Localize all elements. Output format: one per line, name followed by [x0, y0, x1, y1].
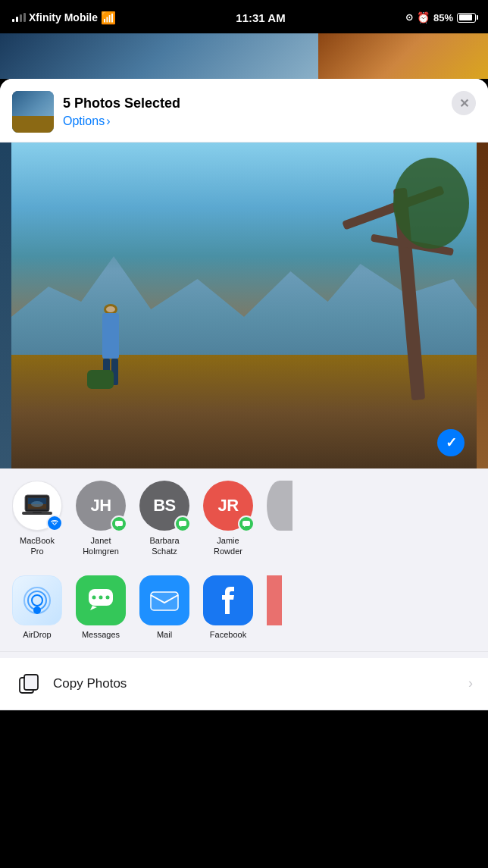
status-bar: Xfinity Mobile 📶 11:31 AM ⊙ ⏰ 85%	[0, 0, 488, 33]
status-right: ⊙ ⏰ 85%	[405, 11, 476, 24]
app-row-container: AirDrop Messages	[0, 569, 488, 652]
svg-point-5	[31, 501, 43, 507]
svg-rect-19	[25, 675, 37, 689]
mail-label: Mail	[157, 630, 172, 639]
svg-point-14	[106, 595, 110, 599]
facebook-label: Facebook	[210, 630, 246, 639]
airdrop-badge-icon	[46, 515, 63, 531]
share-info: 5 Photos Selected Options ›	[63, 96, 180, 128]
copy-photos-label: Copy Photos	[53, 676, 468, 691]
photo-side-left	[0, 143, 11, 468]
photo-strip: ✓	[0, 143, 488, 468]
svg-point-12	[92, 595, 96, 599]
close-icon: ✕	[459, 96, 469, 111]
clock: 11:31 AM	[236, 11, 285, 24]
more-avatar	[267, 481, 292, 531]
share-header: 5 Photos Selected Options › ✕	[0, 79, 488, 143]
barbara-initials: BS	[153, 496, 176, 515]
share-thumbnail	[12, 91, 54, 133]
people-row: MacBookPro JH JanetHolmgren	[12, 481, 476, 557]
ground	[11, 355, 477, 468]
close-button[interactable]: ✕	[452, 91, 476, 115]
share-header-left: 5 Photos Selected Options ›	[12, 91, 180, 133]
facebook-icon	[203, 575, 253, 625]
person-barbara[interactable]: BS BarbaraSchatz	[139, 481, 189, 557]
svg-rect-8	[115, 521, 123, 526]
laptop-icon	[22, 494, 52, 518]
wifi-icon: 📶	[101, 11, 116, 25]
svg-point-13	[99, 595, 103, 599]
share-sheet: 5 Photos Selected Options › ✕	[0, 79, 488, 710]
app-messages[interactable]: Messages	[76, 575, 126, 639]
mail-icon	[139, 575, 189, 625]
top-photo-strip	[0, 33, 488, 79]
message-badge-janet	[111, 515, 127, 532]
copy-photos-chevron: ›	[468, 675, 473, 691]
screen-record-icon: ⊙	[405, 12, 413, 23]
message-badge-jamie	[238, 515, 255, 532]
section-divider-2	[0, 652, 488, 658]
battery-percent: 85%	[433, 12, 453, 24]
options-chevron: ›	[106, 114, 110, 128]
svg-rect-15	[151, 592, 178, 610]
janet-avatar: JH	[76, 481, 126, 531]
app-row: AirDrop Messages	[12, 575, 476, 639]
copy-photos-icon	[15, 670, 42, 697]
status-left: Xfinity Mobile 📶	[12, 11, 116, 25]
main-photo[interactable]: ✓	[11, 143, 477, 468]
person-macbook-pro[interactable]: MacBookPro	[12, 481, 62, 557]
device-avatar	[12, 481, 62, 531]
app-mail[interactable]: Mail	[139, 575, 189, 639]
messages-label: Messages	[82, 630, 120, 639]
alarm-icon: ⏰	[417, 11, 430, 24]
app-partial	[267, 575, 282, 639]
app-airdrop[interactable]: AirDrop	[12, 575, 62, 639]
app-facebook[interactable]: Facebook	[203, 575, 253, 639]
options-button[interactable]: Options ›	[63, 114, 180, 128]
foliage	[393, 158, 469, 249]
airdrop-icon	[12, 575, 62, 625]
barbara-label: BarbaraSchatz	[149, 535, 179, 557]
janet-label: JanetHolmgren	[83, 535, 119, 557]
battery-indicator	[457, 13, 476, 23]
janet-initials: JH	[90, 496, 111, 515]
person-more[interactable]	[267, 481, 292, 531]
svg-rect-9	[179, 521, 186, 526]
share-title: 5 Photos Selected	[63, 96, 180, 111]
section-divider-1	[0, 563, 488, 569]
photo-side-right	[477, 143, 488, 468]
selected-checkmark: ✓	[437, 429, 465, 456]
copy-photos-row[interactable]: Copy Photos ›	[0, 658, 488, 710]
messages-icon	[76, 575, 126, 625]
main-photo-image: ✓	[11, 143, 477, 468]
airdrop-rings	[22, 585, 52, 616]
svg-rect-7	[33, 512, 42, 513]
message-badge-barbara	[174, 515, 191, 532]
barbara-avatar: BS	[139, 481, 189, 531]
person-janet[interactable]: JH JanetHolmgren	[76, 481, 126, 557]
jamie-initials: JR	[217, 496, 238, 515]
person-jamie[interactable]: JR JamieRowder	[203, 481, 253, 557]
svg-rect-10	[242, 521, 250, 526]
macbook-label: MacBookPro	[20, 535, 55, 557]
signal-icon	[12, 13, 26, 22]
carrier-label: Xfinity Mobile	[29, 11, 98, 24]
bag	[87, 370, 114, 389]
options-label: Options	[63, 114, 105, 128]
jamie-label: JamieRowder	[214, 535, 242, 557]
airdrop-label: AirDrop	[23, 630, 51, 639]
top-strip-left-photo	[0, 33, 318, 79]
jamie-avatar: JR	[203, 481, 253, 531]
top-strip-right-photo	[318, 33, 488, 79]
people-row-container: MacBookPro JH JanetHolmgren	[0, 468, 488, 563]
thumbnail-image	[12, 91, 54, 133]
painter-body	[102, 313, 119, 359]
